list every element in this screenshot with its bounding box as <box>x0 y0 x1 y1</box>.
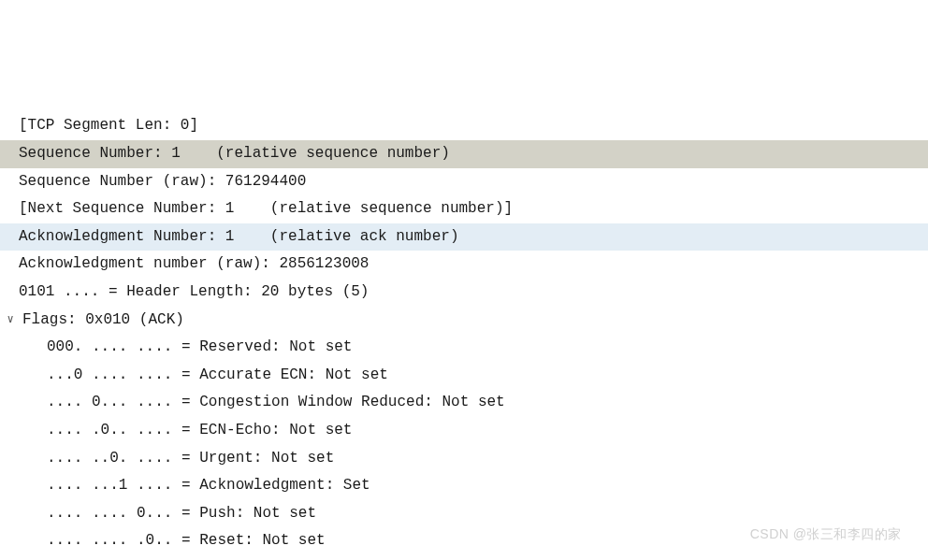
tree-row-label: [TCP Segment Len: 0] <box>19 112 198 140</box>
tree-row[interactable]: .... 0... .... = Congestion Window Reduc… <box>0 389 928 417</box>
tree-row-label: 000. .... .... = Reserved: Not set <box>47 334 352 362</box>
tree-row-label: Acknowledgment number (raw): 2856123008 <box>19 251 369 279</box>
tree-row-label: .... .... .0.. = Reset: Not set <box>47 527 326 555</box>
tree-row[interactable]: ∨Flags: 0x010 (ACK) <box>0 307 928 335</box>
tree-row-label: .... .... 0... = Push: Not set <box>47 500 316 528</box>
tree-row[interactable]: Sequence Number: 1 (relative sequence nu… <box>0 140 928 168</box>
tree-row-label: .... .0.. .... = ECN-Echo: Not set <box>47 417 352 445</box>
tree-row-label: [Next Sequence Number: 1 (relative seque… <box>19 195 513 223</box>
tree-row[interactable]: Acknowledgment number (raw): 2856123008 <box>0 251 928 279</box>
tree-row-label: Sequence Number: 1 (relative sequence nu… <box>19 140 928 168</box>
tree-row[interactable]: .... ..0. .... = Urgent: Not set <box>0 445 928 473</box>
tree-row[interactable]: .... .0.. .... = ECN-Echo: Not set <box>0 417 928 445</box>
tree-row[interactable]: [TCP Segment Len: 0] <box>0 112 928 140</box>
tree-row-label: .... ...1 .... = Acknowledgment: Set <box>47 472 370 500</box>
tree-row-label: .... .... ..0. = Syn: Not set <box>47 555 307 560</box>
tree-row[interactable]: 000. .... .... = Reserved: Not set <box>0 334 928 362</box>
tree-row[interactable]: .... .... .0.. = Reset: Not set <box>0 527 928 555</box>
tree-row-label: .... 0... .... = Congestion Window Reduc… <box>47 389 505 417</box>
tree-row-label: .... ..0. .... = Urgent: Not set <box>47 445 334 473</box>
tree-row-label: Flags: 0x010 (ACK) <box>22 307 184 335</box>
tree-row-label: Sequence Number (raw): 761294400 <box>19 168 306 196</box>
tree-row[interactable]: 0101 .... = Header Length: 20 bytes (5) <box>0 279 928 307</box>
tree-row[interactable]: .... .... ..0. = Syn: Not set <box>0 555 928 560</box>
tree-row-label: ...0 .... .... = Accurate ECN: Not set <box>47 362 388 390</box>
tree-row-label: 0101 .... = Header Length: 20 bytes (5) <box>19 279 369 307</box>
tree-row[interactable]: .... ...1 .... = Acknowledgment: Set <box>0 472 928 500</box>
tree-row[interactable]: Sequence Number (raw): 761294400 <box>0 168 928 196</box>
packet-details-tree[interactable]: [TCP Segment Len: 0]Sequence Number: 1 (… <box>0 112 928 560</box>
tree-row[interactable]: Acknowledgment Number: 1 (relative ack n… <box>0 223 928 251</box>
tree-row[interactable]: [Next Sequence Number: 1 (relative seque… <box>0 195 928 223</box>
tree-row[interactable]: ...0 .... .... = Accurate ECN: Not set <box>0 362 928 390</box>
chevron-down-icon[interactable]: ∨ <box>4 309 17 330</box>
tree-row[interactable]: .... .... 0... = Push: Not set <box>0 500 928 528</box>
tree-row-label: Acknowledgment Number: 1 (relative ack n… <box>19 223 928 251</box>
